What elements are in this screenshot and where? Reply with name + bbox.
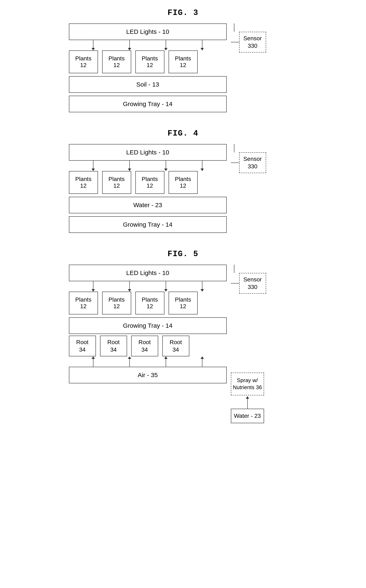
sensor-h-line <box>231 42 239 42</box>
sensor-line-top <box>234 23 234 32</box>
fig5-sensor-row: Sensor 330 <box>231 265 266 294</box>
fig5-sensor-label: Sensor 330 <box>243 276 262 291</box>
arrow-line <box>129 281 130 289</box>
arrow-line <box>202 161 202 168</box>
arrow-down-2 <box>128 161 131 171</box>
arrow-line <box>202 281 202 289</box>
arrow-line <box>129 40 130 48</box>
arrow-down-1 <box>92 281 95 292</box>
fig3-sensor-area: Sensor 330 <box>231 23 266 53</box>
arrow-down-2 <box>128 281 131 292</box>
arrow-line <box>166 161 166 168</box>
arrow-up-4 <box>200 356 204 367</box>
fig5-roots-row: Root 34 Root 34 Root 34 Root 34 <box>69 336 189 356</box>
sensor-connector-row: Sensor 330 <box>231 152 266 173</box>
arrowhead <box>92 48 95 50</box>
fig3-title: FIG. 3 <box>12 8 354 17</box>
fig5-plants-row: Plants 12 Plants 12 Plants 12 Plants 12 <box>69 292 198 314</box>
sensor-h-line <box>231 283 239 284</box>
arrowhead <box>200 168 204 171</box>
fig4-section: FIG. 4 LED Lights - 10 Plants 12 Plants … <box>12 129 354 233</box>
fig5-sensor-connector: Sensor 330 <box>231 265 266 294</box>
arrowhead <box>164 289 168 292</box>
arrow-up-3 <box>164 356 168 367</box>
arrow-line <box>166 359 166 367</box>
arrowhead <box>128 48 131 50</box>
fig3-main: LED Lights - 10 Plants 12 Plants 12 Plan… <box>69 23 227 112</box>
fig5-right-col: Sensor 330 Spray w/ Nutrients 36 Water -… <box>231 265 266 423</box>
fig4-plant-3: Plants 12 <box>135 171 164 194</box>
fig4-tray-label: Growing Tray - 14 <box>123 221 172 228</box>
fig4-arrows-down <box>69 161 227 171</box>
fig4-sensor-label: Sensor 330 <box>243 155 262 170</box>
fig3-plants-row: Plants 12 Plants 12 Plants 12 Plants 12 <box>69 50 198 73</box>
arrow-line <box>166 281 166 289</box>
fig5-main: LED Lights - 10 Plants 12 Plants 12 Plan… <box>69 265 227 383</box>
arrow-line <box>93 281 93 289</box>
sensor-h-line <box>231 163 239 163</box>
sensor-h-wrap: Sensor 330 <box>231 273 266 294</box>
arrowhead <box>128 168 131 171</box>
fig5-plant-3: Plants 12 <box>135 292 164 314</box>
fig3-plant-3: Plants 12 <box>135 50 164 73</box>
fig5-air-box: Air - 35 <box>69 367 227 383</box>
fig4-plant-2: Plants 12 <box>102 171 131 194</box>
fig3-arrows-down <box>69 40 227 50</box>
arrowhead <box>128 289 131 292</box>
arrowhead-up <box>92 356 95 359</box>
arrow-line <box>93 359 93 367</box>
arrow-up-2 <box>128 356 131 367</box>
fig5-arrows-up <box>69 356 227 367</box>
fig4-plants-row: Plants 12 Plants 12 Plants 12 Plants 12 <box>69 171 198 194</box>
arrowhead-up <box>128 356 131 359</box>
arrow-down-3 <box>164 161 168 171</box>
fig3-led-box: LED Lights - 10 <box>69 23 227 40</box>
fig3-sensor-box: Sensor 330 <box>239 32 266 53</box>
arrowhead <box>92 168 95 171</box>
fig3-plant-1: Plants 12 <box>69 50 98 73</box>
fig4-sensor-box: Sensor 330 <box>239 152 266 173</box>
fig5-plant-4: Plants 12 <box>168 292 198 314</box>
fig5-tray-box: Growing Tray - 14 <box>69 317 227 334</box>
arrow-down-2 <box>128 40 131 50</box>
fig5-section: FIG. 5 LED Lights - 10 Plants 12 Plants … <box>12 249 354 423</box>
fig5-plant-1: Plants 12 <box>69 292 98 314</box>
fig4-tray-box: Growing Tray - 14 <box>69 216 227 233</box>
fig5-spray-area: Spray w/ Nutrients 36 Water - 23 <box>231 373 264 423</box>
fig3-tray-label: Growing Tray - 14 <box>123 100 172 107</box>
arrow-line <box>93 161 93 168</box>
fig5-water-box: Water - 23 <box>231 409 264 423</box>
fig5-led-label: LED Lights - 10 <box>126 269 169 277</box>
arrow-down-3 <box>164 40 168 50</box>
arrow-line <box>129 359 130 367</box>
fig5-air-label: Air - 35 <box>138 371 158 379</box>
fig5-plant-2: Plants 12 <box>102 292 131 314</box>
fig5-root-3: Root 34 <box>131 336 158 356</box>
fig5-water-label: Water - 23 <box>234 413 261 419</box>
arrow-line <box>166 40 166 48</box>
fig4-water-label: Water - 23 <box>133 202 162 209</box>
arrow-down-4 <box>200 40 204 50</box>
sensor-line-top <box>234 144 234 152</box>
fig4-main: LED Lights - 10 Plants 12 Plants 12 Plan… <box>69 144 227 233</box>
fig5-root-4: Root 34 <box>162 336 189 356</box>
fig5-root-2: Root 34 <box>100 336 127 356</box>
arrowhead <box>164 48 168 50</box>
arrow-line <box>202 40 202 48</box>
fig5-spray-box: Spray w/ Nutrients 36 <box>231 373 264 395</box>
arrow-down-1 <box>92 161 95 171</box>
fig5-led-box: LED Lights - 10 <box>69 265 227 281</box>
fig5-tray-label: Growing Tray - 14 <box>123 322 172 329</box>
fig4-water-box: Water - 23 <box>69 197 227 213</box>
arrow-line <box>129 161 130 168</box>
arrow-line <box>247 399 248 409</box>
arrow-down-1 <box>92 40 95 50</box>
fig3-plant-2: Plants 12 <box>102 50 131 73</box>
arrowhead-up <box>246 396 249 399</box>
fig3-sensor-label: Sensor 330 <box>243 35 262 50</box>
fig4-led-label: LED Lights - 10 <box>126 149 169 156</box>
fig5-spray-label: Spray w/ Nutrients 36 <box>233 377 262 391</box>
fig3-soil-label: Soil - 13 <box>136 81 159 88</box>
fig4-plant-1: Plants 12 <box>69 171 98 194</box>
fig5-sensor-box: Sensor 330 <box>239 273 266 294</box>
